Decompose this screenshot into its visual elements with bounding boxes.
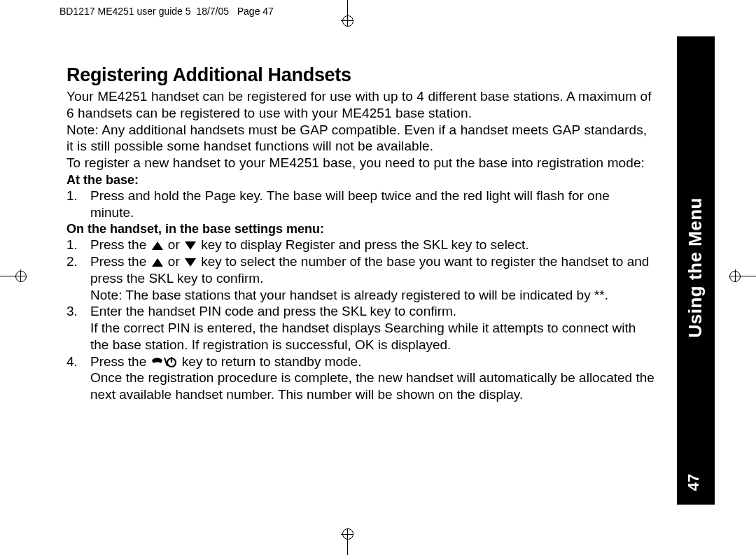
up-arrow-icon <box>152 241 163 250</box>
list-item: 4. Press the key to return to standby mo… <box>66 353 654 403</box>
subheading-handset: On the handset, in the base settings men… <box>66 222 654 237</box>
page-header: BD1217 ME4251 user guide 5 18/7/05 Page … <box>59 6 274 17</box>
base-steps: 1. Press and hold the Page key. The base… <box>66 188 654 221</box>
step-text: Press the or key to select the number of… <box>90 253 654 303</box>
step-number: 1. <box>66 237 90 253</box>
crop-mark-icon <box>341 0 355 21</box>
page-number: 47 <box>685 474 703 491</box>
crop-mark-icon <box>0 269 21 283</box>
side-tab: Using the Menu 47 <box>677 36 715 505</box>
step-text: Press and hold the Page key. The base wi… <box>90 188 654 221</box>
list-item: 1. Press and hold the Page key. The base… <box>66 188 654 221</box>
crop-mark-icon <box>735 269 756 283</box>
step-number: 2. <box>66 253 90 303</box>
doc-date: 18/7/05 <box>196 6 229 17</box>
step-number: 3. <box>66 303 90 353</box>
step-text: Enter the handset PIN code and press the… <box>90 303 654 353</box>
step-number: 4. <box>66 353 90 403</box>
main-content: Registering Additional Handsets Your ME4… <box>66 64 654 403</box>
step-text: Press the key to return to standby mode.… <box>90 353 654 403</box>
intro-section: Your ME4251 handset can be registered fo… <box>66 88 654 171</box>
list-item: 2. Press the or key to select the number… <box>66 253 654 303</box>
step-text: Press the or key to display Register and… <box>90 237 654 253</box>
doc-id: BD1217 ME4251 user guide 5 <box>59 6 191 17</box>
handset-steps: 1. Press the or key to display Register … <box>66 237 654 403</box>
phone-power-icon <box>150 356 178 368</box>
up-arrow-icon <box>152 258 163 267</box>
intro-text: To register a new handset to your ME4251… <box>66 155 654 171</box>
page-title: Registering Additional Handsets <box>66 64 654 86</box>
page-label: Page 47 <box>237 6 274 17</box>
list-item: 3. Enter the handset PIN code and press … <box>66 303 654 353</box>
step-number: 1. <box>66 188 90 221</box>
section-label: Using the Menu <box>685 197 706 338</box>
intro-text: Your ME4251 handset can be registered fo… <box>66 88 654 122</box>
crop-mark-icon <box>341 534 355 555</box>
intro-text: Note: Any additional handsets must be GA… <box>66 122 654 155</box>
down-arrow-icon <box>185 258 196 267</box>
subheading-base: At the base: <box>66 173 654 188</box>
list-item: 1. Press the or key to display Register … <box>66 237 654 253</box>
down-arrow-icon <box>185 241 196 250</box>
